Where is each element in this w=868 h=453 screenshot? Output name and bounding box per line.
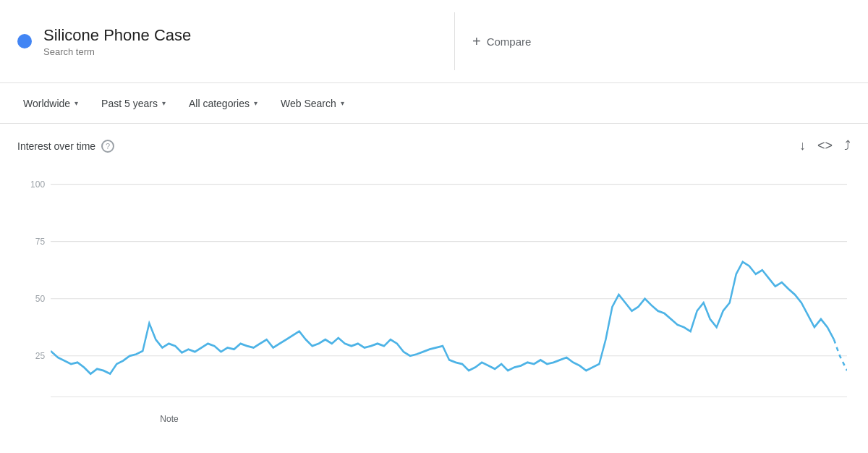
svg-text:25: 25 [35,350,45,362]
chart-title-group: Interest over time ? [17,140,114,153]
compare-label: Compare [487,35,532,48]
search-term-block: Silicone Phone Case Search term [17,26,437,57]
filter-bar: Worldwide ▾ Past 5 years ▾ All categorie… [0,83,868,124]
embed-icon[interactable]: <> [817,138,833,153]
chart-container: 100 75 50 25 Note Apr 5, 2015 Oct 2, 201… [17,168,851,446]
header-divider [454,12,455,70]
time-period-chevron-icon: ▾ [162,99,166,107]
category-filter[interactable]: All categories ▾ [180,93,266,114]
trend-chart: 100 75 50 25 [17,168,851,446]
search-type-chevron-icon: ▾ [341,99,344,107]
geography-filter[interactable]: Worldwide ▾ [14,93,87,114]
term-dot [17,34,32,48]
compare-section[interactable]: + Compare [472,33,531,50]
term-subtitle: Search term [43,46,191,57]
chart-section: Interest over time ? ↓ <> ⤴ 100 75 50 [0,124,868,453]
time-period-filter[interactable]: Past 5 years ▾ [93,93,174,114]
category-label: All categories [189,98,250,109]
chart-title: Interest over time [17,140,95,152]
x-labels: Apr 5, 2015 Oct 2, 2016 Apr 1, 2018 Sep … [17,449,851,453]
svg-rect-9 [51,168,847,413]
search-type-label: Web Search [281,98,336,109]
trend-line-dotted [834,339,847,371]
share-icon[interactable]: ⤴ [844,138,851,153]
category-chevron-icon: ▾ [254,99,258,107]
geography-label: Worldwide [23,98,70,109]
download-icon[interactable]: ↓ [799,138,806,153]
time-period-label: Past 5 years [101,98,158,109]
compare-plus-icon: + [472,33,481,50]
chart-header: Interest over time ? ↓ <> ⤴ [17,138,851,153]
term-info: Silicone Phone Case Search term [43,26,191,57]
geography-chevron-icon: ▾ [75,99,78,107]
svg-text:100: 100 [30,178,45,190]
note-label: Note [160,414,178,424]
chart-actions: ↓ <> ⤴ [799,138,851,153]
svg-text:75: 75 [35,235,45,247]
trend-line-solid [51,262,834,374]
term-title: Silicone Phone Case [43,26,191,45]
help-char: ? [106,142,110,151]
search-type-filter[interactable]: Web Search ▾ [272,93,353,114]
help-icon[interactable]: ? [101,140,114,153]
svg-text:50: 50 [35,293,45,305]
header: Silicone Phone Case Search term + Compar… [0,0,868,83]
